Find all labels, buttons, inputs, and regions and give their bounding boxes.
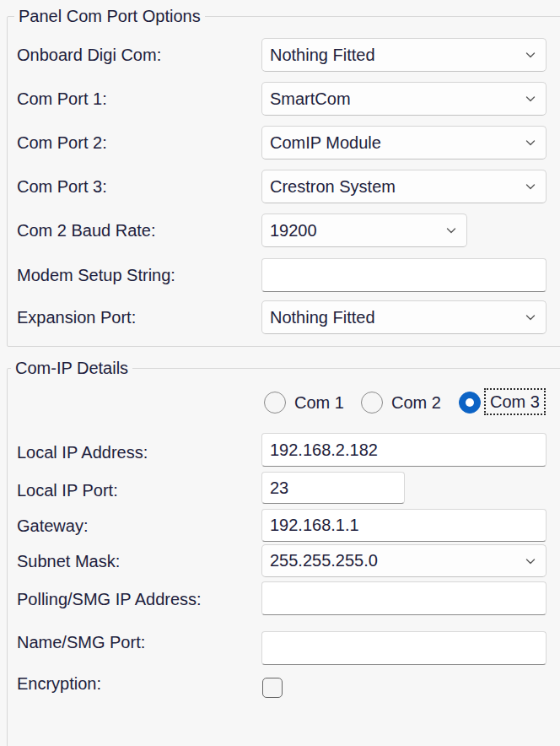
chevron-down-icon [524, 48, 537, 62]
local-ip-address-label: Local IP Address: [17, 441, 148, 463]
com-port-settings-page: Panel Com Port Options Onboard Digi Com:… [0, 0, 560, 746]
onboard-digi-com-select[interactable]: Nothing Fitted [261, 38, 547, 72]
com-port-3-value: Crestron System [270, 177, 396, 197]
com-port-3-select[interactable]: Crestron System [261, 170, 547, 203]
com-3-radio-label[interactable]: Com 3 [486, 390, 544, 414]
chevron-down-icon [444, 224, 458, 237]
chevron-down-icon [524, 136, 537, 149]
com-port-2-value: ComIP Module [270, 133, 381, 153]
expansion-port-select[interactable]: Nothing Fitted [261, 300, 547, 334]
com-radio-2[interactable] [361, 392, 383, 414]
expansion-port-value: Nothing Fitted [270, 308, 375, 327]
com-ip-details-title: Com-IP Details [11, 357, 132, 379]
com-1-radio-label[interactable]: Com 1 [294, 392, 344, 414]
name-smg-port-input[interactable] [261, 631, 547, 665]
local-ip-address-input[interactable] [261, 433, 547, 467]
com-port-3-label: Com Port 3: [17, 176, 107, 197]
chevron-down-icon [524, 180, 537, 193]
onboard-digi-com-value: Nothing Fitted [270, 46, 375, 65]
com-2-baud-rate-value: 19200 [270, 221, 317, 241]
name-smg-port-label: Name/SMG Port: [17, 631, 145, 653]
panel-com-port-options-title: Panel Com Port Options [14, 5, 205, 27]
com-port-1-value: SmartCom [270, 89, 351, 109]
com-2-baud-rate-label: Com 2 Baud Rate: [17, 219, 156, 241]
gateway-label: Gateway: [17, 515, 88, 537]
expansion-port-label: Expansion Port: [17, 306, 136, 328]
local-ip-port-input[interactable] [261, 472, 405, 504]
modem-setup-string-input[interactable] [261, 258, 547, 292]
com-2-radio-label[interactable]: Com 2 [391, 392, 441, 414]
chevron-down-icon [524, 92, 537, 105]
chevron-down-icon [524, 554, 537, 568]
com-port-2-select[interactable]: ComIP Module [261, 126, 547, 159]
polling-smg-ip-address-label: Polling/SMG IP Address: [17, 588, 202, 610]
subnet-mask-value: 255.255.255.0 [270, 551, 378, 570]
onboard-digi-com-label: Onboard Digi Com: [17, 44, 161, 66]
com-port-2-label: Com Port 2: [17, 132, 107, 154]
com-radio-3[interactable] [459, 392, 481, 414]
subnet-mask-label: Subnet Mask: [17, 550, 120, 572]
com-port-1-label: Com Port 1: [17, 88, 107, 110]
local-ip-port-label: Local IP Port: [17, 479, 118, 501]
com-2-baud-rate-select[interactable]: 19200 [261, 214, 467, 247]
com-radio-1[interactable] [264, 392, 286, 414]
polling-smg-ip-address-input[interactable] [261, 581, 547, 615]
chevron-down-icon [524, 311, 537, 324]
encryption-checkbox[interactable] [262, 678, 283, 698]
modem-setup-string-label: Modem Setup String: [17, 264, 175, 286]
gateway-input[interactable] [261, 509, 547, 542]
encryption-label: Encryption: [17, 673, 101, 695]
subnet-mask-select[interactable]: 255.255.255.0 [261, 544, 547, 577]
com-port-1-select[interactable]: SmartCom [261, 82, 547, 116]
